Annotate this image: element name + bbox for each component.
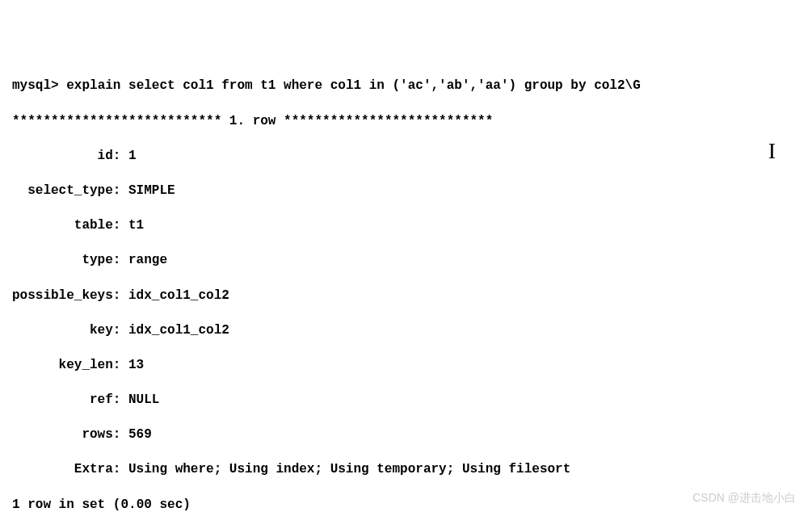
extra-label: Extra <box>12 461 113 479</box>
select-type-value: SIMPLE <box>128 183 175 198</box>
text-cursor-icon: I <box>768 136 776 166</box>
row-separator-1: *************************** 1. row *****… <box>12 113 800 131</box>
field-rows: rows: 569 <box>12 426 800 444</box>
id-label: id <box>12 148 113 166</box>
rows-value: 569 <box>128 427 152 442</box>
type-value: range <box>128 253 167 267</box>
key-len-value: 13 <box>128 358 144 372</box>
key-len-label: key_len <box>12 357 113 375</box>
field-key-len: key_len: 13 <box>12 357 800 375</box>
key-label: key <box>12 322 113 340</box>
mysql-prompt: mysql> <box>12 78 66 93</box>
field-type: type: range <box>12 252 800 270</box>
sql-query: explain select col1 from t1 where col1 i… <box>66 78 641 93</box>
field-table: table: t1 <box>12 217 800 235</box>
result-footer-1: 1 row in set (0.00 sec) <box>12 497 800 512</box>
field-ref: ref: NULL <box>12 392 800 409</box>
extra-value: Using where; Using index; Using temporar… <box>128 462 570 476</box>
possible-keys-value: idx_col1_col2 <box>128 288 229 303</box>
rows-label: rows <box>12 426 113 444</box>
key-value: idx_col1_col2 <box>128 323 229 338</box>
field-possible-keys: possible_keys: idx_col1_col2 <box>12 287 800 305</box>
field-key: key: idx_col1_col2 <box>12 322 800 340</box>
type-label: type <box>12 252 113 270</box>
table-value: t1 <box>128 218 144 233</box>
ref-value: NULL <box>128 392 159 407</box>
possible-keys-label: possible_keys <box>12 287 113 305</box>
field-select-type: select_type: SIMPLE <box>12 183 800 200</box>
field-id: id: 1 <box>12 148 800 166</box>
table-label: table <box>12 217 113 235</box>
select-type-label: select_type <box>12 183 113 200</box>
id-value: 1 <box>128 149 137 163</box>
watermark-text: CSDN @进击地小白 <box>692 490 796 506</box>
field-extra: Extra: Using where; Using index; Using t… <box>12 461 800 479</box>
query-line-1: mysql> explain select col1 from t1 where… <box>12 78 800 95</box>
ref-label: ref <box>12 392 113 409</box>
